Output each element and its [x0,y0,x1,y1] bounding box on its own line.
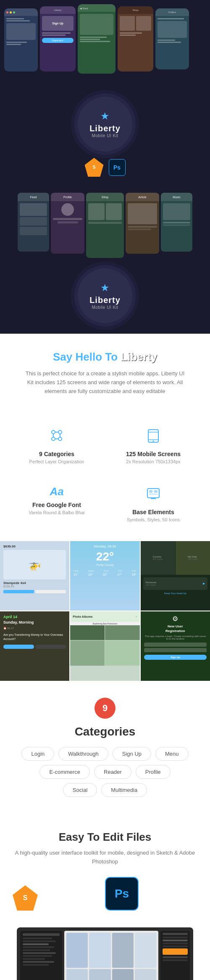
logo-title-1: Liberty [89,124,121,133]
screens-icon [116,427,191,447]
sketch-sidebar [20,931,62,980]
edit-title: Easy To Edit Files [13,831,197,844]
say-hello-title: Say Hello To Liberty [13,351,197,364]
feature-elements-title: Base Elements [116,509,191,515]
category-social[interactable]: Social [63,783,97,797]
category-signup[interactable]: Sign Up [113,747,151,761]
features-grid: 9 Categories Perfect Layer Organization … [13,421,197,529]
categories-grid: Login Walkthrough Sign Up Menu E-commerc… [21,747,189,797]
weather-screen: Monday, 28:26 22° Partly Cloudy TUEWEDTH… [70,541,139,611]
category-multimedia[interactable]: Multimedia [101,783,147,797]
hero-screen-2: Liberty Sign Up Registration [40,6,76,72]
features-section: 9 Categories Perfect Layer Organization … [0,412,210,541]
category-login[interactable]: Login [21,747,54,761]
logo-subtitle-2: Mobile UI Kit [92,305,118,310]
feature-screens: 125 Mobile Screens 2x Resolution 750x133… [109,421,197,470]
svg-point-0 [52,430,55,434]
star-icon-2: ★ [100,282,110,294]
say-hello-title-part1: Say Hello To [53,351,118,363]
svg-rect-16 [151,498,156,499]
photoshop-icon: Ps [109,159,126,176]
sketch-canvas [64,931,158,980]
photoshop-big-icon: Ps [105,877,139,911]
edit-tools-row: S Ps [13,877,197,919]
svg-point-2 [52,437,55,441]
categories-icon [19,427,94,447]
sketch-mockup [17,927,193,980]
screens-row-2: Feed Profile Shop [4,193,206,258]
category-profile[interactable]: Profile [136,765,171,779]
say-hello-section: Say Hello To Liberty This is perfect cho… [0,334,210,412]
font-icon: Aa [19,485,94,498]
photo-screen: Photo Albums + Exploring San Francisco [70,611,139,681]
feature-font-desc: Varela Round & Balbo Bhai [19,510,94,515]
register-screen: ⚙ New User Registration This app require… [141,611,210,681]
hero-screen-1 [4,8,38,72]
category-ecommerce[interactable]: E-commerce [39,765,90,779]
sketch-icon: S [85,158,104,177]
logo-badge-2: ★ Liberty Mobile UI Kit [78,268,132,323]
screens-showcase-2: April 14 Sunday, Morning ⏰ On 17 Are you… [0,611,210,681]
sketch-big-icon: S [13,885,38,911]
feature-elements: Base Elements Symbols, Styles, 50 Icons [109,479,197,529]
bank-screen: April 14 Sunday, Morning ⏰ On 17 Are you… [0,611,69,681]
feature-screens-title: 125 Mobile Screens [116,451,191,457]
tools-row: S Ps [0,158,210,177]
hero-screen2-2: Profile [51,193,84,254]
feature-screens-desc: 2x Resolution 750x1334px [116,459,191,464]
categories-section: 9 Categories Login Walkthrough Sign Up M… [0,681,210,814]
music-screen: Country 200 Tracks Hip Hop 150 Tracks Ro… [141,541,210,611]
svg-point-1 [58,430,62,434]
hero-screen2-5: Music [161,193,192,252]
feature-categories-title: 9 Categories [19,451,94,457]
feature-categories: 9 Categories Perfect Layer Organization [13,421,101,470]
categories-title: Categories [8,725,202,738]
edit-description: A high-quality user interface toolkit fo… [13,849,197,866]
screens-showcase-1: $639.00 🚁 Stampede 4x4 $198.95 Monday, 2… [0,541,210,611]
feature-font: Aa Free Google Font Varela Round & Balbo… [13,479,101,529]
svg-point-11 [153,441,154,442]
hero-screen2-3: Shop [86,193,124,258]
edit-section: Easy To Edit Files A high-quality user i… [0,814,210,980]
feature-elements-desc: Symbols, Styles, 50 Icons [116,517,191,522]
svg-point-3 [58,437,62,441]
category-walkthrough[interactable]: Walkthrough [58,747,108,761]
sketch-right-panel [160,931,190,980]
hero-section-2: Feed Profile Shop [0,189,210,334]
logo-subtitle-1: Mobile UI Kit [92,133,118,138]
logo-section-2: ★ Liberty Mobile UI Kit [4,264,206,329]
logo-badge-1: ★ Liberty Mobile UI Kit [78,97,132,151]
category-menu[interactable]: Menu [155,747,189,761]
feature-categories-desc: Perfect Layer Organization [19,459,94,464]
svg-rect-8 [148,430,158,442]
star-icon: ★ [100,110,110,122]
svg-rect-14 [154,490,158,493]
logo-title-2: Liberty [89,295,121,305]
svg-rect-13 [149,490,152,493]
categories-badge: 9 [94,698,116,719]
say-hello-liberty: Liberty [121,351,157,363]
drone-screen: $639.00 🚁 Stampede 4x4 $198.95 [0,541,69,611]
hero-screen-4: Shop [118,6,153,72]
feature-font-title: Free Google Font [19,502,94,508]
svg-rect-15 [149,494,158,495]
hero-screen2-4: Article [126,193,159,254]
elements-icon [116,485,191,505]
hero-screen-3: ◀ Back [78,4,116,74]
hero-screens-container: Liberty Sign Up Registration ◀ Back [0,0,210,93]
say-hello-description: This is perfect choice for a create a st… [25,369,185,396]
hero-screen2-1: Feed [18,193,49,252]
category-reader[interactable]: Reader [94,765,131,779]
hero-section: Liberty Sign Up Registration ◀ Back [0,0,210,189]
svg-rect-12 [147,489,159,498]
hero-screen-5: Orders [155,8,189,69]
logo-section-1: ★ Liberty Mobile UI Kit S Ps [0,93,210,189]
